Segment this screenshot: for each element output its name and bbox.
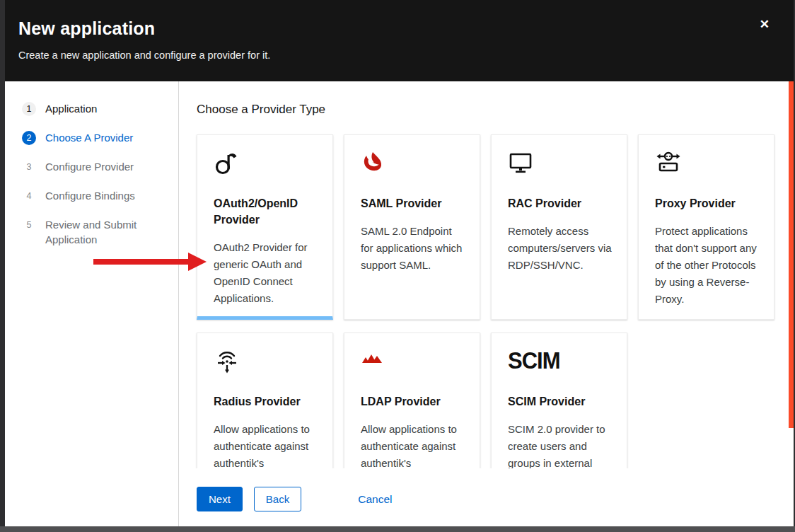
new-application-modal: New application Create a new application… xyxy=(5,0,794,526)
card-title: Proxy Provider xyxy=(655,195,759,212)
wizard-footer: Next Back Cancel xyxy=(180,468,794,526)
step-label: Configure Provider xyxy=(45,159,134,174)
card-description: SCIM 2.0 provider to create users and gr… xyxy=(508,421,612,468)
saml-icon xyxy=(361,150,465,178)
step-label: Configure Bindings xyxy=(45,188,135,203)
card-title: LDAP Provider xyxy=(361,393,465,410)
wizard-step-review-submit: 5 Review and Submit Application xyxy=(22,217,178,247)
proxy-icon xyxy=(655,150,759,178)
cancel-button[interactable]: Cancel xyxy=(347,487,403,511)
card-title: OAuth2/OpenID Provider xyxy=(214,195,318,228)
modal-title: New application xyxy=(18,18,794,39)
radius-broadcast-icon xyxy=(214,348,318,376)
bottom-edge-strip xyxy=(0,526,795,532)
red-scrollbar-thumb[interactable] xyxy=(789,81,794,428)
provider-card-grid: OAuth2/OpenID Provider OAuth2 Provider f… xyxy=(197,134,794,468)
card-description: Protect applications that don't support … xyxy=(655,223,759,308)
step-number-badge: 4 xyxy=(22,189,36,203)
next-button[interactable]: Next xyxy=(197,487,243,511)
wizard-step-choose-provider[interactable]: 2 Choose A Provider xyxy=(22,130,178,147)
provider-card-radius[interactable]: Radius Provider Allow applications to au… xyxy=(197,332,333,468)
card-description: Allow applications to authenticate again… xyxy=(361,421,465,468)
panel-heading: Choose a Provider Type xyxy=(197,102,794,117)
wizard-step-application[interactable]: 1 Application xyxy=(22,101,178,118)
wizard-step-nav: 1 Application 2 Choose A Provider 3 Conf… xyxy=(5,81,179,526)
provider-card-saml[interactable]: SAML Provider SAML 2.0 Endpoint for appl… xyxy=(344,134,480,320)
modal-header: New application Create a new application… xyxy=(5,0,794,81)
provider-type-panel: Choose a Provider Type OAuth2/OpenID Pro… xyxy=(180,81,794,468)
rac-monitor-icon xyxy=(508,150,612,178)
card-title: RAC Provider xyxy=(508,195,612,212)
provider-card-scim[interactable]: SCIM SCIM Provider SCIM 2.0 provider to … xyxy=(491,332,627,468)
step-number-badge: 3 xyxy=(22,160,36,174)
step-number-badge: 1 xyxy=(22,102,36,116)
card-title: SCIM Provider xyxy=(508,393,612,410)
card-description: Allow applications to authenticate again… xyxy=(214,421,318,468)
openid-icon xyxy=(214,150,318,178)
provider-card-proxy[interactable]: Proxy Provider Protect applications that… xyxy=(638,134,774,320)
card-description: SAML 2.0 Endpoint for applications which… xyxy=(361,223,465,274)
step-label: Review and Submit Application xyxy=(45,217,158,247)
scim-logo: SCIM xyxy=(508,348,612,376)
card-description: Remotely access computers/servers via RD… xyxy=(508,223,612,274)
wizard-step-configure-provider: 3 Configure Provider xyxy=(22,159,178,176)
step-number-badge: 2 xyxy=(22,131,36,145)
card-description: OAuth2 Provider for generic OAuth and Op… xyxy=(214,239,318,307)
step-number-badge: 5 xyxy=(22,218,36,232)
ldap-mountains-icon xyxy=(361,348,465,376)
provider-card-ldap[interactable]: LDAP Provider Allow applications to auth… xyxy=(344,332,480,468)
wizard-step-configure-bindings: 4 Configure Bindings xyxy=(22,188,178,205)
close-icon[interactable]: ✕ xyxy=(760,18,770,30)
step-label: Choose A Provider xyxy=(45,130,133,145)
modal-subtitle: Create a new application and configure a… xyxy=(18,50,794,61)
card-title: SAML Provider xyxy=(361,195,465,212)
provider-card-oauth2-openid[interactable]: OAuth2/OpenID Provider OAuth2 Provider f… xyxy=(197,134,333,320)
modal-body: 1 Application 2 Choose A Provider 3 Conf… xyxy=(5,81,794,526)
step-label: Application xyxy=(45,101,97,116)
back-button[interactable]: Back xyxy=(254,487,301,511)
provider-card-rac[interactable]: RAC Provider Remotely access computers/s… xyxy=(491,134,627,320)
card-title: Radius Provider xyxy=(214,393,318,410)
